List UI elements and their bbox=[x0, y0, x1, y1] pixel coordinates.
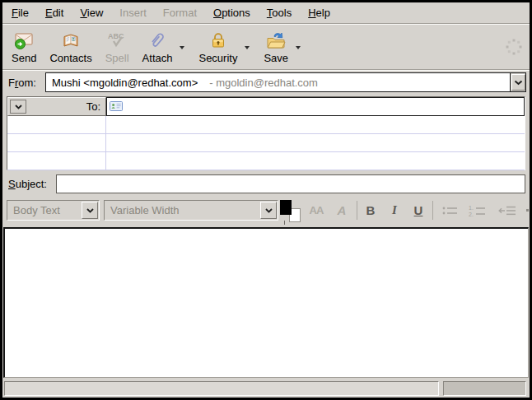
save-label: Save bbox=[264, 52, 288, 64]
send-icon bbox=[13, 30, 35, 51]
format-separator bbox=[357, 201, 357, 220]
numbered-list-icon: 1. 2. bbox=[467, 204, 488, 217]
spell-button: ABC Spell bbox=[100, 28, 135, 65]
numbered-list-button: 1. 2. bbox=[464, 200, 491, 221]
attach-dropdown-arrow[interactable] bbox=[180, 46, 184, 49]
contacts-button[interactable]: Contacts bbox=[44, 28, 97, 65]
subject-row: Subject: bbox=[2, 173, 530, 196]
increase-font-button: A bbox=[330, 200, 353, 221]
status-message bbox=[4, 381, 439, 396]
recipient-input[interactable] bbox=[106, 97, 525, 116]
underline-button[interactable]: U bbox=[408, 200, 429, 221]
format-toolbar: Body Text Variable Width AA A bbox=[2, 198, 530, 224]
bold-button[interactable]: B bbox=[360, 200, 381, 221]
recipient-type-dropdown[interactable] bbox=[10, 100, 26, 114]
compose-window: File Edit View Insert Format Options Too… bbox=[0, 0, 532, 400]
contacts-label: Contacts bbox=[49, 52, 91, 64]
foreground-color-swatch bbox=[280, 200, 292, 215]
chevron-down-icon bbox=[86, 208, 94, 213]
menu-bar: File Edit View Insert Format Options Too… bbox=[2, 2, 530, 23]
svg-text:ABC: ABC bbox=[108, 32, 124, 40]
font-value: Variable Width bbox=[105, 201, 259, 220]
attach-label: Attach bbox=[142, 52, 173, 64]
status-bar bbox=[2, 380, 530, 398]
menu-item-view[interactable]: View bbox=[72, 4, 111, 21]
save-button[interactable]: Save bbox=[258, 28, 294, 65]
recipient-type-button[interactable]: To: bbox=[7, 97, 106, 116]
subject-input[interactable] bbox=[56, 174, 525, 193]
send-button[interactable]: Send bbox=[6, 28, 42, 65]
chevron-down-icon bbox=[265, 208, 273, 213]
main-toolbar: Send bbox=[2, 26, 530, 69]
svg-text:1.: 1. bbox=[469, 205, 474, 211]
progress-indicator bbox=[443, 381, 526, 396]
addressing-empty-row[interactable] bbox=[7, 134, 106, 152]
font-color-picker[interactable] bbox=[280, 200, 301, 222]
menu-item-format: Format bbox=[155, 4, 205, 21]
activity-spinner-icon bbox=[503, 36, 525, 61]
window-content: File Edit View Insert Format Options Too… bbox=[2, 2, 530, 398]
recipient-type-label: To: bbox=[30, 100, 102, 113]
addressing-grid: To: bbox=[7, 96, 525, 170]
font-dropdown[interactable] bbox=[260, 202, 277, 219]
from-identity-select[interactable]: Mushi <mgoldin@redhat.com> - mgoldin@red… bbox=[45, 72, 526, 92]
paragraph-style-value: Body Text bbox=[7, 201, 81, 220]
addressing-empty-row[interactable] bbox=[7, 152, 106, 170]
bulleted-list-icon bbox=[441, 204, 460, 217]
address-card-icon bbox=[110, 101, 124, 112]
security-label: Security bbox=[198, 52, 237, 64]
chevron-down-icon bbox=[514, 80, 523, 86]
save-dropdown-arrow[interactable] bbox=[296, 46, 301, 49]
save-icon bbox=[265, 30, 287, 51]
menu-item-options[interactable]: Options bbox=[205, 4, 259, 21]
contacts-icon bbox=[60, 30, 82, 51]
menu-item-insert: Insert bbox=[111, 4, 155, 21]
addressing-empty-row[interactable] bbox=[106, 134, 525, 152]
addressing-empty-row[interactable] bbox=[106, 116, 525, 134]
addressing-empty-row[interactable] bbox=[106, 152, 525, 170]
menu-separator bbox=[2, 23, 530, 25]
paragraph-style-select[interactable]: Body Text bbox=[7, 200, 100, 221]
svg-text:2.: 2. bbox=[469, 211, 474, 216]
from-row: From: Mushi <mgoldin@redhat.com> - mgold… bbox=[2, 71, 530, 94]
security-lock-icon bbox=[208, 30, 229, 51]
security-dropdown-arrow[interactable] bbox=[245, 46, 250, 49]
security-button[interactable]: Security bbox=[193, 28, 243, 65]
send-label: Send bbox=[12, 52, 36, 64]
menu-item-file[interactable]: File bbox=[3, 4, 37, 21]
italic-button[interactable]: I bbox=[385, 200, 404, 221]
outdent-button bbox=[494, 200, 520, 221]
outdent-icon bbox=[497, 204, 517, 217]
subject-label: Subject: bbox=[8, 178, 47, 190]
attach-button[interactable]: Attach bbox=[137, 28, 179, 65]
message-body-editor[interactable] bbox=[3, 227, 529, 378]
spell-label: Spell bbox=[105, 52, 129, 64]
spell-check-icon: ABC bbox=[105, 30, 128, 51]
from-identity-hint: - mgoldin@redhat.com bbox=[209, 77, 318, 89]
chevron-down-icon bbox=[15, 105, 22, 109]
indent-button bbox=[526, 209, 529, 212]
decrease-font-button: AA bbox=[304, 200, 329, 221]
font-select[interactable]: Variable Width bbox=[104, 200, 278, 221]
addressing-empty-row[interactable] bbox=[7, 116, 106, 134]
paragraph-style-dropdown[interactable] bbox=[82, 202, 98, 219]
from-identity-value: Mushi <mgoldin@redhat.com> bbox=[52, 77, 198, 89]
attach-icon bbox=[147, 30, 168, 51]
bulleted-list-button bbox=[438, 200, 463, 221]
color-picker-tick bbox=[284, 221, 285, 225]
menu-item-edit[interactable]: Edit bbox=[37, 4, 72, 21]
menu-item-tools[interactable]: Tools bbox=[259, 4, 300, 21]
format-separator bbox=[432, 201, 433, 220]
from-label: From: bbox=[8, 77, 36, 89]
from-dropdown-button[interactable] bbox=[510, 73, 525, 91]
menu-item-help[interactable]: Help bbox=[300, 4, 338, 21]
